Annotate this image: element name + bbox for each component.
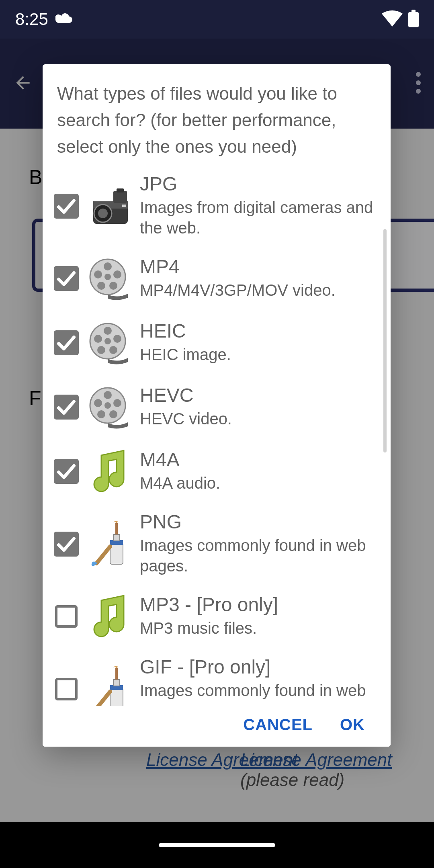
- file-type-row[interactable]: MP3 - [Pro only]MP3 music files.: [43, 584, 387, 649]
- file-type-texts: JPGImages from digital cameras and the w…: [140, 174, 384, 238]
- file-type-row[interactable]: PNGImages commonly found in web pages.: [43, 504, 387, 584]
- file-type-desc: Images from digital cameras and the web.: [140, 197, 378, 238]
- checkbox[interactable]: [55, 605, 78, 628]
- file-type-texts: HEVCHEVC video.: [140, 385, 384, 429]
- status-time: 8:25: [15, 10, 48, 29]
- nav-handle[interactable]: [159, 843, 275, 847]
- file-type-desc: Images commonly found in web pages.: [140, 535, 378, 576]
- file-type-desc: M4A audio.: [140, 473, 378, 493]
- file-type-title: MP3 - [Pro only]: [140, 594, 378, 616]
- file-type-title: HEVC: [140, 385, 378, 406]
- dialog-actions: CANCEL OK: [43, 706, 391, 747]
- checkbox[interactable]: [54, 459, 79, 484]
- checkbox[interactable]: [54, 330, 79, 355]
- file-type-desc: MP3 music files.: [140, 618, 378, 639]
- file-type-desc: MP4/M4V/3GP/MOV video.: [140, 280, 378, 301]
- reel-icon: [85, 319, 133, 367]
- file-type-desc: HEVC video.: [140, 409, 378, 429]
- file-type-row[interactable]: M4AM4A audio.: [43, 439, 387, 504]
- file-type-title: JPG: [140, 174, 378, 195]
- file-type-title: PNG: [140, 512, 378, 533]
- checkbox[interactable]: [55, 678, 78, 700]
- file-type-row[interactable]: HEVCHEVC video.: [43, 375, 387, 439]
- music-icon: [85, 447, 133, 495]
- file-type-row[interactable]: JPGImages from digital cameras and the w…: [43, 166, 387, 246]
- svg-rect-0: [408, 12, 419, 27]
- file-type-texts: HEICHEIC image.: [140, 321, 384, 365]
- checkbox[interactable]: [54, 395, 79, 420]
- file-type-desc: Images commonly found in web pages.: [140, 680, 378, 706]
- file-type-texts: PNGImages commonly found in web pages.: [140, 512, 384, 576]
- nav-bar: [0, 822, 434, 868]
- file-type-title: GIF - [Pro only]: [140, 657, 378, 678]
- reel-icon: [85, 383, 133, 431]
- file-type-texts: M4AM4A audio.: [140, 449, 384, 493]
- svg-rect-1: [411, 10, 416, 13]
- file-type-title: MP4: [140, 256, 378, 278]
- reel-icon: [85, 254, 133, 303]
- file-type-desc: HEIC image.: [140, 344, 378, 365]
- file-type-row[interactable]: GIF - [Pro only]Images commonly found in…: [43, 649, 387, 706]
- file-type-texts: MP4MP4/M4V/3GP/MOV video.: [140, 256, 384, 301]
- file-type-title: M4A: [140, 449, 378, 471]
- checkbox[interactable]: [54, 266, 79, 291]
- file-types-dialog: What types of files would you like to se…: [43, 64, 391, 747]
- dialog-list[interactable]: JPGImages from digital cameras and the w…: [43, 166, 391, 706]
- cancel-button[interactable]: CANCEL: [243, 716, 313, 734]
- checkbox[interactable]: [54, 194, 79, 219]
- paint-icon: [85, 665, 133, 706]
- status-bar: 8:25: [0, 0, 434, 39]
- file-type-title: HEIC: [140, 321, 378, 342]
- file-type-row[interactable]: HEICHEIC image.: [43, 311, 387, 375]
- battery-icon: [408, 10, 419, 29]
- status-right: [382, 10, 419, 29]
- file-type-row[interactable]: MP4MP4/M4V/3GP/MOV video.: [43, 246, 387, 311]
- paint-icon: [85, 520, 133, 568]
- checkbox[interactable]: [54, 532, 79, 557]
- cloud-icon: [55, 12, 73, 26]
- file-type-texts: GIF - [Pro only]Images commonly found in…: [140, 657, 384, 706]
- screen: 8:25 B F s? t, License Agreement License…: [0, 0, 434, 868]
- camera-icon: [85, 182, 133, 230]
- file-type-texts: MP3 - [Pro only]MP3 music files.: [140, 594, 384, 639]
- scrollbar-thumb[interactable]: [383, 229, 387, 452]
- music-icon: [85, 592, 133, 641]
- ok-button[interactable]: OK: [340, 716, 365, 734]
- status-left: 8:25: [15, 10, 73, 29]
- dialog-title: What types of files would you like to se…: [43, 64, 391, 166]
- wifi-icon: [382, 10, 403, 28]
